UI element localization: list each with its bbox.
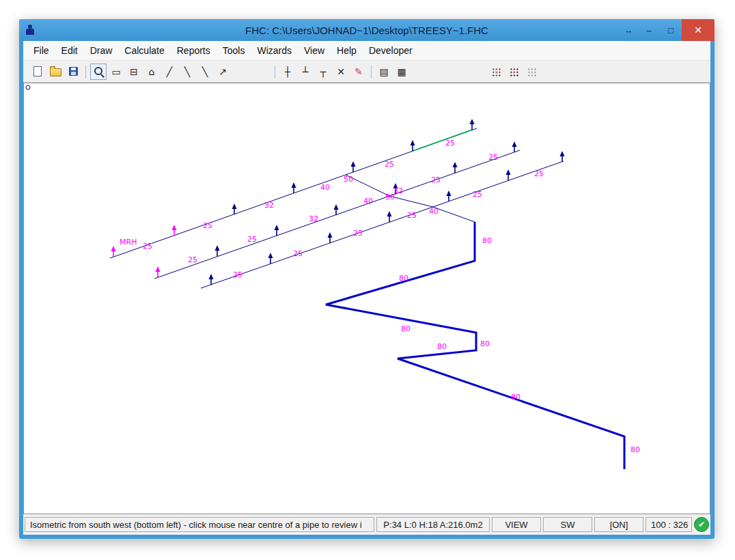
main-feed-pipe[interactable] [326, 222, 624, 469]
sprinkler-head-arrow[interactable] [209, 274, 214, 279]
sprinkler-head-arrow[interactable] [111, 246, 116, 251]
sprinkler-head-arrow[interactable] [447, 191, 452, 196]
maximize-button[interactable]: □ [660, 19, 682, 41]
pipe-size-label: 80 [437, 342, 447, 351]
sprinkler-head-arrow[interactable] [328, 232, 333, 238]
status-ok-icon: ✔ [694, 517, 709, 532]
menu-item-calculate[interactable]: Calculate [118, 42, 170, 59]
save-button[interactable] [65, 64, 81, 80]
sprinkler-head-arrow[interactable] [560, 151, 565, 156]
pipe-size-label: 80 [480, 339, 490, 348]
status-orientation[interactable]: SW [543, 517, 592, 532]
menu-item-help[interactable]: Help [331, 42, 363, 59]
draw-pipe-arrow-button[interactable]: ↗ [214, 64, 231, 80]
sprinkler-head-arrow[interactable] [156, 266, 161, 272]
pipe-size-label: 25 [188, 255, 197, 264]
remove-node-button[interactable]: ┴ [297, 64, 314, 80]
pipe-size-label: 50 [344, 175, 353, 184]
sprinkler-head-arrow[interactable] [232, 204, 237, 209]
sprinkler-head-arrow[interactable] [512, 141, 517, 147]
pipe-size-label: 25 [488, 153, 498, 162]
status-view-mode[interactable]: VIEW [492, 517, 541, 532]
sprinkler-head-arrow[interactable] [411, 140, 415, 145]
branch-pipe[interactable] [154, 150, 520, 279]
sprinkler-head-arrow[interactable] [387, 211, 392, 216]
menu-item-tools[interactable]: Tools [217, 42, 251, 59]
drawing-canvas[interactable]: MRH2525324025252525322525252525252550405… [23, 83, 710, 514]
copy-results-button[interactable]: ▤ [376, 64, 392, 80]
delete-pipe-button[interactable]: ✕ [333, 64, 349, 80]
resize-icon[interactable]: ↔ [619, 19, 638, 41]
sprinkler-head-arrow[interactable] [506, 169, 511, 175]
status-snap-toggle[interactable]: [ON] [594, 517, 643, 532]
toolbar-separator [85, 65, 86, 79]
pipe-drawing[interactable]: MRH2525324025252525322525252525252550405… [24, 83, 710, 512]
pipe-size-label: 25 [473, 190, 482, 199]
pipe-size-label: 80 [511, 393, 521, 402]
highlighted-pipe[interactable] [413, 130, 472, 151]
zoom-button[interactable] [90, 64, 107, 80]
draw-pipe-ne-button[interactable]: ╱ [161, 64, 178, 80]
new-file-icon [33, 66, 42, 76]
menu-item-wizards[interactable]: Wizards [251, 42, 298, 59]
pipe-size-label: 25 [143, 242, 152, 251]
minimize-button[interactable]: – [638, 19, 660, 41]
eraser-button[interactable]: ✎ [350, 64, 367, 80]
menu-item-edit[interactable]: Edit [55, 42, 84, 59]
open-file-button[interactable] [47, 64, 64, 80]
sprinkler-head-arrow[interactable] [268, 253, 273, 258]
sprinkler-head-arrow[interactable] [292, 182, 296, 188]
sprinkler-head-arrow[interactable] [215, 245, 220, 251]
tee-tool-button[interactable]: ┬ [315, 64, 331, 80]
pipe-size-label: 25 [445, 139, 455, 148]
pipe-size-label: 25 [407, 211, 417, 220]
new-file-button[interactable] [29, 64, 46, 80]
window-controls: ↔ – □ ✕ [619, 19, 715, 41]
title-bar[interactable]: FHC: C:\Users\JOHNAD~1\Desktop\TREESY~1.… [19, 19, 715, 41]
app-icon [25, 24, 36, 36]
close-button[interactable]: ✕ [682, 19, 715, 41]
grid-pattern-button-2[interactable] [505, 64, 522, 80]
sprinkler-head-arrow[interactable] [172, 225, 177, 230]
pipe-size-label: 80 [630, 445, 640, 454]
sprinkler-head-arrow[interactable] [275, 225, 279, 230]
elevation-view-button[interactable]: ⊟ [126, 64, 142, 80]
sprinkler-head-arrow[interactable] [470, 119, 475, 124]
pipe-size-label: 80 [401, 324, 411, 333]
pipe-list-button[interactable]: ▦ [393, 64, 410, 80]
pipe-size-label: 25 [431, 176, 441, 184]
menu-item-view[interactable]: View [298, 42, 331, 59]
toolbar: ▭ ⊟ ⌂ ╱ ╲ ╲ ↗ ┼ ┴ ┬ ✕ ✎ ▤ ▦ [23, 61, 710, 83]
menu-item-reports[interactable]: Reports [171, 42, 217, 59]
pipe-se-icon: ╲ [184, 67, 190, 76]
pipe-size-label: 32 [309, 214, 318, 223]
draw-pipe-sw-button[interactable]: ╲ [197, 64, 213, 80]
isometric-view-button[interactable]: ⌂ [143, 64, 160, 80]
app-window: FHC: C:\Users\JOHNAD~1\Desktop\TREESY~1.… [19, 19, 715, 539]
list-icon: ▦ [397, 67, 406, 76]
toolbar-separator [275, 65, 275, 79]
sprinkler-head-arrow[interactable] [351, 161, 356, 167]
save-icon [69, 67, 78, 76]
pipe-arrow-icon: ↗ [219, 67, 227, 76]
sprinkler-head-arrow[interactable] [453, 162, 458, 167]
menu-item-developer[interactable]: Developer [363, 42, 419, 59]
branch-pipe[interactable] [201, 161, 564, 288]
grid-pattern-button-3[interactable] [523, 64, 540, 80]
sprinkler-head-arrow[interactable] [334, 204, 339, 210]
pipe-size-label: 40 [363, 197, 373, 206]
plan-view-button[interactable]: ▭ [108, 64, 124, 80]
status-hint: Isometric from south west (bottom left) … [25, 517, 374, 532]
dot-grid-icon-3 [527, 67, 536, 76]
pipe-size-label: 32 [264, 201, 274, 210]
pipe-sw-icon: ╲ [202, 67, 208, 76]
pipe-size-label: 25 [247, 235, 257, 244]
grid-pattern-button-1[interactable] [488, 64, 504, 80]
menu-item-file[interactable]: File [27, 42, 55, 59]
window-title: FHC: C:\Users\JOHNAD~1\Desktop\TREESY~1.… [19, 25, 715, 36]
draw-pipe-se-button[interactable]: ╲ [179, 64, 195, 80]
dot-grid-icon-1 [491, 67, 501, 76]
delete-icon: ✕ [337, 67, 345, 76]
add-node-button[interactable]: ┼ [279, 64, 296, 80]
menu-item-draw[interactable]: Draw [84, 42, 119, 59]
